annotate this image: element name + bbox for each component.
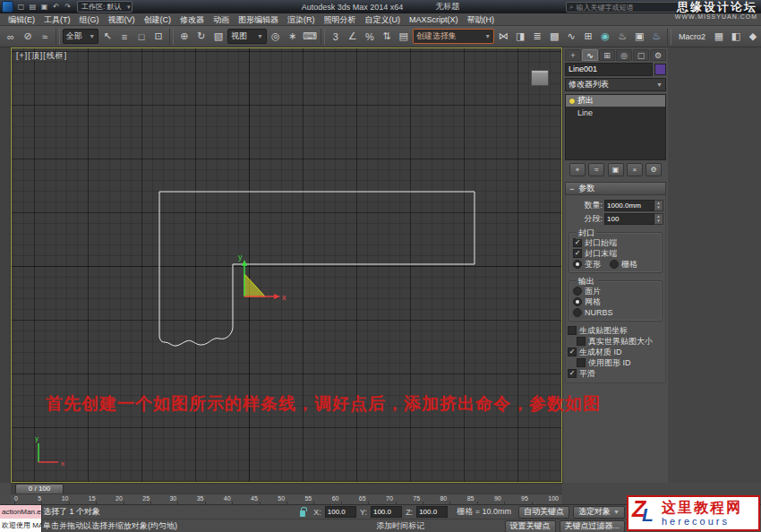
segments-spinner[interactable]: [654, 213, 663, 225]
undo-icon[interactable]: ↶: [51, 2, 61, 12]
tab-hierarchy[interactable]: ⊞: [599, 49, 615, 61]
menu-item[interactable]: 修改器: [175, 13, 209, 26]
menu-item[interactable]: 图形编辑器: [234, 13, 283, 26]
redo-icon[interactable]: ↷: [63, 2, 73, 12]
tab-utilities[interactable]: ⚙: [650, 49, 666, 61]
mirror-icon[interactable]: ⋈: [495, 29, 511, 45]
tab-motion[interactable]: ◎: [616, 49, 632, 61]
keyboard-override-icon[interactable]: ⌨: [302, 29, 318, 45]
option-checkbox-row[interactable]: 真实世界贴图大小: [577, 336, 663, 347]
object-color-swatch[interactable]: [654, 64, 666, 75]
track-bar[interactable]: 0510152025303540455055606570758085909510…: [11, 493, 562, 504]
set-key-button[interactable]: 设置关键点: [505, 520, 556, 532]
modifier-stack-row[interactable]: Line: [566, 107, 665, 118]
macro-recorder-line[interactable]: actionMan.execu: [0, 505, 41, 519]
remove-modifier-button[interactable]: ×: [627, 163, 643, 176]
select-and-scale-icon[interactable]: ▧: [210, 29, 227, 45]
viewcube-icon[interactable]: [531, 70, 549, 86]
capping-checkbox-row[interactable]: 封口末端: [573, 248, 658, 259]
window-crossing-icon[interactable]: ⊡: [150, 29, 167, 45]
show-end-result-button[interactable]: ≈: [588, 163, 604, 176]
rectangular-selection-region-icon[interactable]: □: [133, 29, 150, 45]
spline-shape[interactable]: [159, 192, 475, 346]
option-checkbox-row[interactable]: 生成材质 ID: [568, 347, 663, 357]
extra-tool-icon[interactable]: ◧: [728, 29, 744, 45]
morph-radio[interactable]: 变形: [573, 259, 601, 270]
spinner-snap-icon[interactable]: ⇅: [379, 29, 395, 45]
curve-editor-icon[interactable]: ∿: [563, 29, 579, 45]
parameters-rollout-header[interactable]: − 参数: [565, 182, 666, 195]
tab-modify[interactable]: ∿: [582, 49, 598, 61]
select-and-move-icon[interactable]: ⊕: [176, 29, 192, 45]
menu-item[interactable]: 编辑(E): [4, 13, 39, 26]
search-field[interactable]: ⌕ 输入关键字或短语: [566, 2, 679, 13]
pin-stack-button[interactable]: ⌖: [569, 163, 586, 176]
app-logo-icon[interactable]: [2, 1, 13, 13]
snap-toggle-3d-icon[interactable]: 3: [328, 29, 344, 45]
viewport-label[interactable]: [+][顶][线框]: [16, 50, 67, 62]
material-editor-icon[interactable]: ◉: [597, 29, 613, 45]
output-radio-row[interactable]: NURBS: [573, 307, 658, 318]
new-scene-icon[interactable]: ▢: [16, 2, 26, 12]
object-name-field[interactable]: Line001: [565, 63, 653, 76]
option-checkbox-row[interactable]: 使用图形 ID: [577, 357, 663, 368]
use-pivot-center-icon[interactable]: ◎: [268, 29, 284, 45]
viewport-top-wireframe[interactable]: [+][顶][线框] x y x y 首: [11, 47, 562, 483]
listener-line[interactable]: 欢迎使用 MAXScr: [0, 519, 41, 532]
graphite-ribbon-icon[interactable]: ▩: [546, 29, 562, 45]
menu-item[interactable]: 动画: [209, 13, 234, 26]
make-unique-button[interactable]: ▣: [608, 163, 624, 176]
extra-tool-icon[interactable]: ◆: [745, 29, 761, 45]
bind-to-space-warp-icon[interactable]: ≈: [37, 29, 53, 45]
unlink-selection-icon[interactable]: ⊘: [20, 29, 36, 45]
menu-item[interactable]: 工具(T): [39, 13, 75, 26]
edit-named-selection-sets-icon[interactable]: ▤: [396, 29, 412, 45]
option-checkbox-row[interactable]: 平滑: [568, 368, 663, 379]
grid-radio[interactable]: 栅格: [610, 259, 637, 270]
selection-lock-icon[interactable]: [300, 511, 305, 517]
transform-gizmo[interactable]: x y: [238, 253, 286, 302]
save-file-icon[interactable]: ▣: [39, 2, 49, 12]
menu-item[interactable]: 自定义(U): [361, 13, 406, 26]
select-and-rotate-icon[interactable]: ↻: [193, 29, 209, 45]
z-coord-field[interactable]: 100.0: [416, 506, 448, 518]
option-checkbox-row[interactable]: 生成贴图坐标: [568, 325, 663, 336]
render-production-icon[interactable]: ♨: [648, 29, 664, 45]
named-selection-set-dropdown[interactable]: 创建选择集▼: [413, 29, 494, 44]
percent-snap-icon[interactable]: %: [362, 29, 378, 45]
menu-item[interactable]: 帮助(H): [463, 13, 500, 26]
menu-item[interactable]: 照明分析: [320, 13, 361, 26]
configure-modifier-sets-button[interactable]: ⚙: [646, 163, 662, 176]
gizmo-xy-plane-handle[interactable]: [244, 274, 265, 296]
key-filters-button[interactable]: 关键点过滤器...: [560, 520, 626, 532]
auto-key-button[interactable]: 自动关键点: [518, 506, 569, 519]
extra-tool-icon[interactable]: ▦: [711, 29, 727, 45]
align-icon[interactable]: ◨: [512, 29, 528, 45]
tab-display[interactable]: ▢: [633, 49, 649, 61]
render-setup-icon[interactable]: ♨: [614, 29, 630, 45]
tab-create[interactable]: +: [565, 49, 581, 61]
segments-field[interactable]: 100: [604, 213, 654, 225]
menu-item[interactable]: MAXScript(X): [405, 13, 463, 26]
angle-snap-icon[interactable]: ∠: [345, 29, 361, 45]
select-and-link-icon[interactable]: ∞: [3, 29, 19, 45]
selected-objects-dropdown[interactable]: 选定对象▼: [573, 506, 625, 519]
workspace-dropdown[interactable]: 工作区: 默认: [77, 1, 133, 13]
amount-field[interactable]: 1000.0mm: [604, 200, 654, 211]
x-coord-field[interactable]: 100.0: [325, 506, 356, 518]
add-time-tag[interactable]: 添加时间标记: [376, 520, 424, 532]
modifier-enable-bulb-icon[interactable]: [569, 99, 575, 104]
select-and-manipulate-icon[interactable]: ∗: [285, 29, 301, 45]
menu-item[interactable]: 创建(C): [140, 13, 176, 26]
output-radio-row[interactable]: 网格: [573, 296, 658, 307]
reference-coordinate-dropdown[interactable]: 视图▼: [227, 29, 267, 44]
time-slider-track[interactable]: 0 / 100: [11, 483, 562, 493]
time-slider-handle[interactable]: 0 / 100: [15, 484, 64, 494]
schematic-view-icon[interactable]: ⊞: [580, 29, 596, 45]
macro-button[interactable]: Macro2: [674, 32, 710, 41]
modifier-list-dropdown[interactable]: 修改器列表▼: [565, 78, 666, 91]
menu-item[interactable]: 组(G): [75, 13, 104, 26]
open-file-icon[interactable]: ▤: [28, 2, 38, 12]
maxscript-mini-listener[interactable]: actionMan.execu 欢迎使用 MAXScr: [0, 505, 42, 532]
layer-manager-icon[interactable]: ≣: [529, 29, 545, 45]
